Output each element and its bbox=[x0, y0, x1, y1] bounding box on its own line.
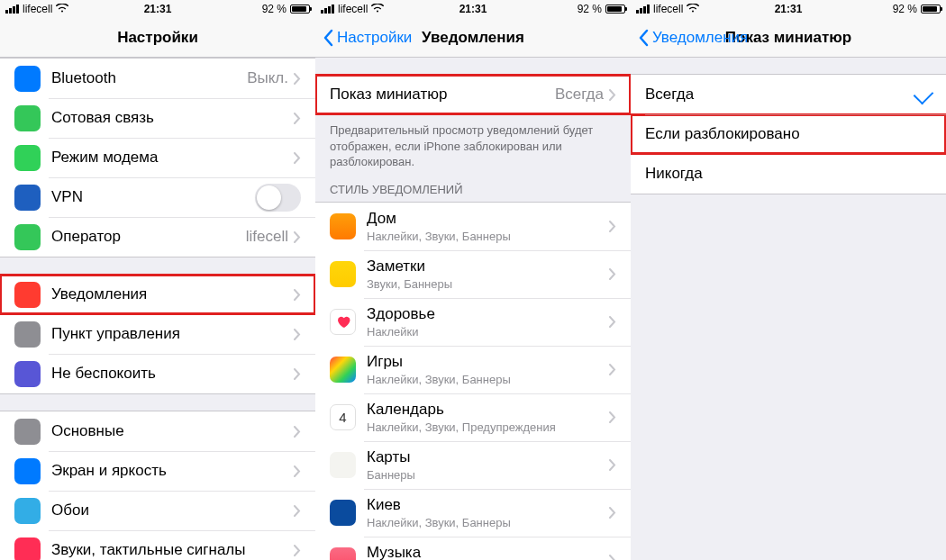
signal-icon bbox=[321, 5, 334, 14]
option-label: Если разблокировано bbox=[645, 125, 932, 143]
chevron-right-icon bbox=[294, 113, 301, 124]
back-label: Настройки bbox=[337, 29, 412, 47]
status-bar: lifecell 21:31 92 % bbox=[315, 0, 631, 18]
app-label: Заметки bbox=[367, 257, 609, 275]
app-sublabel: Наклейки, Звуки, Предупреждения bbox=[367, 420, 609, 434]
settings-row[interactable]: Обои bbox=[0, 491, 315, 530]
app-icon bbox=[14, 105, 41, 131]
app-icon bbox=[330, 309, 356, 335]
preview-option[interactable]: Никогда bbox=[631, 154, 946, 194]
chevron-right-icon bbox=[609, 507, 616, 519]
row-show-previews[interactable]: Показ миниатюр Всегда bbox=[315, 75, 631, 114]
clock: 21:31 bbox=[459, 3, 487, 15]
app-label: Дом bbox=[367, 210, 609, 228]
status-bar: lifecell 21:31 92 % bbox=[0, 0, 315, 18]
settings-row[interactable]: BluetoothВыкл. bbox=[0, 59, 315, 98]
chevron-right-icon bbox=[609, 555, 616, 560]
back-button[interactable]: Настройки bbox=[323, 29, 412, 47]
settings-row[interactable]: Уведомления bbox=[0, 275, 315, 314]
preview-option[interactable]: Если разблокировано bbox=[631, 114, 946, 154]
style-header: СТИЛЬ УВЕДОМЛЕНИЙ bbox=[315, 177, 631, 202]
battery-label: 92 % bbox=[578, 3, 602, 15]
settings-row[interactable]: Звуки, тактильные сигналы bbox=[0, 530, 315, 560]
app-icon bbox=[14, 361, 41, 387]
settings-row[interactable]: Основные bbox=[0, 411, 315, 451]
settings-row[interactable]: Экран и яркость bbox=[0, 451, 315, 491]
row-value: Выкл. bbox=[247, 69, 288, 87]
preview-section: Показ миниатюр Всегда bbox=[315, 74, 631, 115]
app-icon bbox=[330, 547, 356, 560]
row-label: Основные bbox=[51, 422, 294, 440]
app-sublabel: Наклейки bbox=[367, 325, 609, 339]
toggle[interactable] bbox=[255, 184, 301, 212]
battery-label: 92 % bbox=[262, 3, 287, 15]
screen-settings: lifecell 21:31 92 % Настройки BluetoothВ… bbox=[0, 0, 315, 560]
app-icon bbox=[330, 213, 356, 239]
settings-row[interactable]: Операторlifecell bbox=[0, 217, 315, 257]
app-icon bbox=[14, 224, 41, 250]
app-notification-row[interactable]: Заметки Звуки, Баннеры bbox=[315, 250, 631, 298]
app-notification-row[interactable]: Здоровье Наклейки bbox=[315, 298, 631, 346]
app-sublabel: Наклейки, Звуки, Баннеры bbox=[367, 230, 609, 243]
apps-list: Дом Наклейки, Звуки, Баннеры Заметки Зву… bbox=[315, 202, 631, 560]
row-label: Уведомления bbox=[51, 285, 294, 303]
navbar: Настройки Уведомления bbox=[315, 18, 631, 58]
row-label: VPN bbox=[51, 188, 255, 206]
clock: 21:31 bbox=[144, 3, 172, 15]
option-label: Никогда bbox=[645, 165, 932, 183]
app-notification-row[interactable]: Карты Баннеры bbox=[315, 441, 631, 489]
app-notification-row[interactable]: 4 Календарь Наклейки, Звуки, Предупрежде… bbox=[315, 393, 631, 441]
chevron-right-icon bbox=[609, 221, 616, 232]
app-icon bbox=[330, 357, 356, 383]
row-label: Bluetooth bbox=[51, 69, 247, 87]
app-icon: 4 bbox=[330, 404, 356, 430]
group-general: Основные Экран и яркость Обои Звуки, так… bbox=[0, 411, 315, 560]
chevron-right-icon bbox=[294, 426, 301, 438]
app-notification-row[interactable]: Музыка Наклейки, Баннеры bbox=[315, 537, 631, 560]
battery-icon bbox=[290, 5, 310, 14]
app-notification-row[interactable]: Игры Наклейки, Звуки, Баннеры bbox=[315, 346, 631, 393]
settings-row[interactable]: VPN bbox=[0, 177, 315, 217]
settings-row[interactable]: Сотовая связь bbox=[0, 98, 315, 138]
row-label: Экран и яркость bbox=[51, 462, 294, 480]
row-value: Всегда bbox=[555, 86, 604, 104]
chevron-left-icon bbox=[638, 29, 649, 47]
chevron-right-icon bbox=[294, 329, 301, 340]
status-bar: lifecell 21:31 92 % bbox=[631, 0, 946, 18]
app-icon bbox=[14, 419, 41, 445]
chevron-left-icon bbox=[323, 29, 333, 47]
app-sublabel: Баннеры bbox=[367, 468, 609, 482]
battery-icon bbox=[605, 5, 625, 14]
clock: 21:31 bbox=[775, 3, 803, 15]
group-connectivity: BluetoothВыкл. Сотовая связь Режим модем… bbox=[0, 58, 315, 257]
back-label: Уведомления bbox=[652, 29, 748, 47]
app-icon bbox=[14, 66, 41, 92]
app-label: Киев bbox=[367, 496, 609, 514]
app-icon bbox=[14, 537, 41, 561]
chevron-right-icon bbox=[294, 505, 301, 517]
row-label: Режим модема bbox=[51, 149, 294, 167]
app-icon bbox=[14, 185, 41, 211]
battery-icon bbox=[921, 5, 941, 14]
preview-option[interactable]: Всегда bbox=[631, 75, 946, 114]
app-icon bbox=[14, 145, 41, 171]
page-title: Настройки bbox=[117, 29, 198, 47]
options-list: ВсегдаЕсли разблокированоНикогда bbox=[631, 74, 946, 194]
app-notification-row[interactable]: Дом Наклейки, Звуки, Баннеры bbox=[315, 203, 631, 250]
row-label: Обои bbox=[51, 501, 294, 519]
app-notification-row[interactable]: Киев Наклейки, Звуки, Баннеры bbox=[315, 489, 631, 537]
chevron-right-icon bbox=[609, 411, 616, 423]
chevron-right-icon bbox=[609, 89, 616, 101]
row-label: Звуки, тактильные сигналы bbox=[51, 541, 294, 559]
settings-row[interactable]: Не беспокоить bbox=[0, 354, 315, 393]
settings-row[interactable]: Пункт управления bbox=[0, 314, 315, 354]
app-icon bbox=[14, 282, 41, 308]
chevron-right-icon bbox=[609, 459, 616, 471]
back-button[interactable]: Уведомления bbox=[638, 29, 748, 47]
app-icon bbox=[330, 261, 356, 287]
settings-row[interactable]: Режим модема bbox=[0, 138, 315, 177]
page-title: Уведомления bbox=[422, 29, 524, 47]
screen-show-previews: lifecell 21:31 92 % Уведомления Показ ми… bbox=[631, 0, 946, 560]
app-icon bbox=[14, 498, 41, 524]
chevron-right-icon bbox=[294, 465, 301, 477]
